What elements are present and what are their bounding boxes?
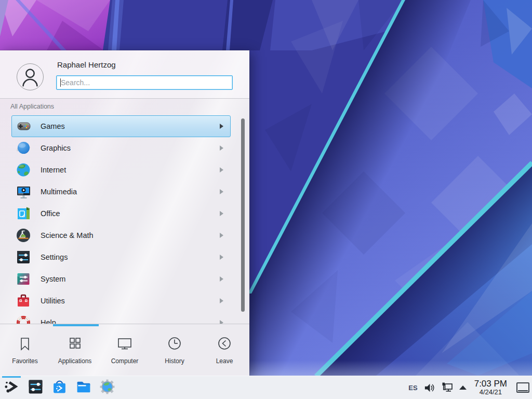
clock-date: 4/24/21 bbox=[474, 389, 507, 396]
tab-leave[interactable]: Leave bbox=[200, 326, 249, 376]
category-label: Games bbox=[41, 122, 65, 130]
tab-favorites[interactable]: Favorites bbox=[0, 326, 50, 376]
category-list: Games Graphics bbox=[0, 115, 249, 324]
tab-label: Applications bbox=[58, 357, 92, 365]
desktop: Raphael Hertzog All Applications bbox=[0, 0, 532, 399]
category-row-internet[interactable]: Internet bbox=[0, 159, 249, 181]
category-label: Science & Math bbox=[41, 231, 94, 240]
system-settings-launcher[interactable] bbox=[27, 376, 44, 399]
category-label: Graphics bbox=[41, 144, 71, 152]
web-browser-launcher[interactable] bbox=[99, 376, 115, 399]
app-launcher-button[interactable] bbox=[3, 376, 20, 399]
application-launcher-menu: Raphael Hertzog All Applications bbox=[0, 50, 249, 376]
tab-computer[interactable]: Computer bbox=[100, 326, 150, 376]
user-avatar[interactable] bbox=[17, 63, 44, 90]
globe-gear-icon bbox=[99, 379, 115, 397]
network-icon[interactable] bbox=[441, 381, 454, 394]
chevron-right-icon bbox=[220, 145, 223, 151]
kickoff-icon bbox=[4, 379, 19, 396]
launcher-tab-bar: Favorites Applications bbox=[0, 326, 249, 376]
tab-label: History bbox=[165, 357, 184, 365]
system-settings-icon bbox=[28, 379, 44, 397]
launcher-header: Raphael Hertzog bbox=[0, 50, 249, 99]
category-label: Office bbox=[41, 209, 60, 218]
multimedia-icon bbox=[16, 184, 31, 200]
grid-icon bbox=[66, 335, 84, 355]
chevron-right-icon bbox=[220, 167, 223, 172]
digital-clock[interactable]: 7:03 PM 4/24/21 bbox=[472, 379, 509, 395]
category-label: System bbox=[41, 275, 65, 283]
category-row-games[interactable]: Games bbox=[0, 115, 249, 137]
category-label: Settings bbox=[41, 253, 68, 261]
settings-icon bbox=[16, 249, 31, 265]
clock-time: 7:03 PM bbox=[474, 379, 507, 389]
help-icon bbox=[16, 315, 31, 324]
category-row-office[interactable]: Office bbox=[0, 203, 249, 224]
utilities-icon bbox=[16, 293, 31, 309]
search-input[interactable] bbox=[56, 75, 233, 90]
tab-history[interactable]: History bbox=[150, 326, 200, 376]
footer-divider bbox=[0, 324, 249, 324]
taskbar-panel: ES 7:0 bbox=[0, 376, 532, 399]
chevron-right-icon bbox=[220, 189, 223, 194]
chevron-right-icon bbox=[220, 255, 223, 260]
category-label: Help bbox=[41, 318, 56, 324]
tab-label: Leave bbox=[216, 357, 233, 365]
office-icon bbox=[16, 206, 31, 221]
category-label: Utilities bbox=[41, 297, 65, 305]
keyboard-layout-indicator[interactable]: ES bbox=[408, 384, 417, 392]
category-row-graphics[interactable]: Graphics bbox=[0, 137, 249, 159]
launcher-active-indicator bbox=[2, 376, 21, 378]
chevron-right-icon bbox=[220, 320, 223, 324]
tab-label: Computer bbox=[111, 357, 139, 365]
volume-icon[interactable] bbox=[423, 382, 435, 394]
discover-launcher[interactable] bbox=[51, 376, 68, 399]
chevron-right-icon bbox=[220, 124, 223, 129]
chevron-right-icon bbox=[220, 298, 223, 303]
category-row-utilities[interactable]: Utilities bbox=[0, 290, 249, 312]
expand-tray-arrow-icon[interactable] bbox=[459, 385, 467, 390]
games-icon bbox=[16, 118, 31, 134]
category-label: Multimedia bbox=[41, 188, 77, 196]
category-row-system[interactable]: System bbox=[0, 268, 249, 290]
section-label: All Applications bbox=[10, 103, 54, 110]
user-name: Raphael Hertzog bbox=[57, 60, 116, 69]
list-scrollbar[interactable] bbox=[241, 118, 245, 312]
chevron-right-icon bbox=[220, 211, 223, 216]
bookmark-icon bbox=[16, 335, 34, 355]
show-desktop-button[interactable] bbox=[516, 382, 529, 393]
clock-icon bbox=[166, 335, 183, 355]
system-icon bbox=[16, 271, 31, 287]
leave-icon bbox=[216, 335, 233, 355]
category-row-settings[interactable]: Settings bbox=[0, 246, 249, 268]
category-label: Internet bbox=[41, 166, 66, 174]
tab-applications[interactable]: Applications bbox=[50, 326, 100, 376]
chevron-right-icon bbox=[220, 276, 223, 282]
taskbar-launchers bbox=[0, 376, 115, 399]
category-row-help[interactable]: Help bbox=[0, 312, 249, 324]
category-row-multimedia[interactable]: Multimedia bbox=[0, 181, 249, 203]
text-cursor bbox=[60, 78, 61, 87]
category-row-science-math[interactable]: Science & Math bbox=[0, 224, 249, 246]
tab-label: Favorites bbox=[12, 357, 37, 365]
file-manager-launcher[interactable] bbox=[75, 376, 91, 399]
graphics-icon bbox=[16, 140, 31, 156]
folder-icon bbox=[75, 379, 91, 397]
internet-icon bbox=[16, 162, 31, 178]
system-tray: ES 7:0 bbox=[408, 376, 532, 399]
discover-icon bbox=[51, 379, 68, 397]
science-icon bbox=[16, 228, 31, 243]
monitor-icon bbox=[116, 335, 134, 355]
chevron-right-icon bbox=[220, 233, 223, 238]
